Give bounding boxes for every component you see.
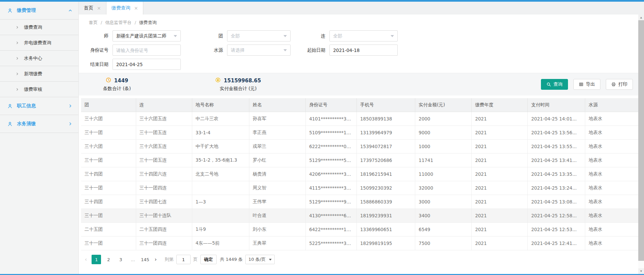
cell-paid-amount: 7500: [415, 237, 472, 250]
export-button[interactable]: 导出: [573, 79, 600, 90]
breadcrumb-item[interactable]: 信息监管平台: [105, 20, 131, 25]
yuan-icon: [215, 77, 221, 84]
table-icon: [579, 82, 584, 87]
page-size-select[interactable]: 10 条/页: [245, 255, 275, 264]
table-row[interactable]: 三十一团三十一团四连周义智4115**********3319150992303…: [81, 181, 638, 195]
prev-page-button[interactable]: ‹: [83, 257, 89, 262]
shi-select[interactable]: 新疆生产建设兵团第二师: [113, 30, 181, 42]
table-row[interactable]: 三十一团三十一团四连4东——5前王典翠5225**********3928182…: [81, 237, 638, 250]
cell-payment-time: 2021-04-25 13:55...: [528, 140, 585, 154]
breadcrumb-item[interactable]: 缴费查询: [139, 20, 157, 25]
scroll-down-button[interactable]: ▼: [638, 268, 644, 274]
cell-paid-amount: 6549: [415, 223, 472, 237]
table-row[interactable]: 三十一团三十一团五连35-1-2，35-6南1.3罗小红5129********…: [81, 154, 638, 167]
column-header-plot-name: 地号名称: [192, 98, 249, 112]
column-header-payment-time: 支付时间: [528, 98, 585, 112]
cell-plot-name: 4东——5前: [192, 237, 249, 250]
query-button[interactable]: 查询: [541, 79, 568, 90]
cell-paid-amount: 3400: [415, 209, 472, 223]
tuan-select-value: 全部: [231, 33, 240, 39]
page-word: 页: [193, 256, 198, 263]
sidebar-item-label: 缴费查询: [24, 24, 42, 30]
start-date-label: 起始日期: [291, 47, 329, 53]
cell-paid-amount: 9000: [415, 126, 472, 140]
breadcrumb-item[interactable]: 首页: [89, 20, 98, 25]
next-page-button[interactable]: ›: [152, 257, 158, 262]
cell-water-source: 地表水: [585, 140, 638, 154]
cell-id-number: 6422**********1215: [305, 223, 356, 237]
sidebar-group-water-clearance[interactable]: 水务清缴: [0, 115, 78, 133]
confirm-page-button[interactable]: 确定: [200, 255, 217, 264]
chevron-down-icon: [269, 259, 272, 260]
chevron-right-icon: [68, 104, 72, 108]
sidebar: 缴费管理缴费查询井电缴费查询水务中心新增缴费缴费审核职工信息水务清缴: [0, 2, 79, 274]
sidebar-group-staff-info[interactable]: 职工信息: [0, 97, 78, 115]
page-button-2[interactable]: 2: [104, 255, 113, 264]
cell-lian: 三十六团五连: [136, 140, 192, 154]
table-row[interactable]: 三十四团三十四团七连1—3王伟苹5129**********9140158868…: [81, 195, 638, 209]
chevron-right-icon: [16, 72, 19, 76]
cell-plot-name: 中二斗三农: [192, 112, 249, 126]
scrollbar-track[interactable]: [638, 20, 644, 268]
pagination-ellipsis: ...: [128, 255, 138, 264]
cell-payment-year: 2021: [472, 112, 528, 126]
goto-page-input[interactable]: [176, 255, 191, 264]
page-button-1[interactable]: 1: [92, 255, 101, 264]
count-value: 1449: [114, 78, 128, 84]
start-date-input[interactable]: [329, 45, 398, 56]
table-row[interactable]: 三十一团三十一团十连队叶合道4130**********671818199239…: [81, 209, 638, 223]
print-button[interactable]: 打印: [606, 79, 633, 90]
end-date-input[interactable]: [113, 59, 181, 70]
sidebar-item-new-payment[interactable]: 新增缴费: [0, 66, 78, 82]
cell-payment-time: 2021-04-25 12:53...: [528, 223, 585, 237]
cell-payment-year: 2021: [472, 237, 528, 250]
cell-tuan: 三十一团: [81, 209, 136, 223]
tab-home[interactable]: 首页×: [79, 2, 106, 15]
tuan-label: 团: [181, 33, 227, 39]
lian-select-value: 全部: [333, 33, 342, 39]
cell-payment-year: 2021: [472, 209, 528, 223]
close-icon[interactable]: ×: [97, 6, 101, 10]
scroll-up-button[interactable]: ▲: [638, 15, 644, 20]
total-count: 共 1449 条: [220, 256, 243, 263]
table-row[interactable]: 三十六团三十六团五连中干扩大地戎翠兰6222**********03201539…: [81, 140, 638, 154]
lian-select[interactable]: 全部: [329, 30, 398, 42]
cell-payment-time: 2021-04-25 13:24...: [528, 181, 585, 195]
cell-paid-amount: 11000: [415, 167, 472, 181]
close-icon[interactable]: ×: [134, 6, 138, 10]
cell-lian: 三十六团五连: [136, 112, 192, 126]
table-header-row: 团连地号名称姓名身份证号手机号实付金额(元)缴费年度支付时间水源: [81, 98, 638, 112]
page-button-145[interactable]: 145: [140, 255, 150, 264]
table-row[interactable]: 三十四团三十四团六连北支二号地杨贵清4206**********30511819…: [81, 167, 638, 181]
cell-payment-time: 2021-04-25 12:41...: [528, 237, 585, 250]
table-row[interactable]: 三十一团三十一团五连33-1-4李正燕5109**********1516131…: [81, 126, 638, 140]
sidebar-item-payment-query[interactable]: 缴费查询: [0, 20, 78, 35]
user-icon: [7, 8, 13, 13]
cell-paid-amount: 11741: [415, 154, 472, 167]
sidebar-item-well-electricity-payment-query[interactable]: 井电缴费查询: [0, 35, 78, 51]
tab-payment-query[interactable]: 缴费查询×: [106, 2, 144, 15]
printer-icon: [611, 82, 616, 87]
summary-bar: 1449 条数合计 (条) 15159968.65 实付金额合计 (元): [79, 73, 638, 95]
cell-phone: 18199239931: [356, 209, 415, 223]
sidebar-item-payment-audit[interactable]: 缴费审核: [0, 82, 78, 97]
sidebar-group-payment-management[interactable]: 缴费管理: [0, 2, 78, 20]
cell-plot-name: 35-1-2，35-6南1.3: [192, 154, 249, 167]
water-source-select[interactable]: 请选择: [227, 45, 291, 56]
tuan-select[interactable]: 全部: [227, 30, 291, 42]
cell-tuan: 三十六团: [81, 112, 136, 126]
table-row[interactable]: 三十六团三十六团五连中二斗三农孙喜军4101**********325X1850…: [81, 112, 638, 126]
cell-phone: 15099230392: [356, 181, 415, 195]
cell-id-number: 4115**********3319: [305, 181, 356, 195]
scrollbar-thumb[interactable]: [638, 20, 644, 261]
sidebar-group-label: 缴费管理: [17, 7, 36, 13]
table-row[interactable]: 二十五团二十五团四连1斗9刘小东6422**********1215133699…: [81, 223, 638, 237]
page-button-3[interactable]: 3: [116, 255, 125, 264]
tab-label: 缴费查询: [112, 5, 130, 11]
sidebar-item-water-center[interactable]: 水务中心: [0, 51, 78, 66]
cell-payment-time: 2021-04-25 13:41...: [528, 154, 585, 167]
cell-tuan: 三十六团: [81, 140, 136, 154]
id-number-input[interactable]: [113, 45, 181, 56]
tabbar: 首页×缴费查询×: [79, 2, 644, 15]
cell-phone: 18196215941: [356, 167, 415, 181]
